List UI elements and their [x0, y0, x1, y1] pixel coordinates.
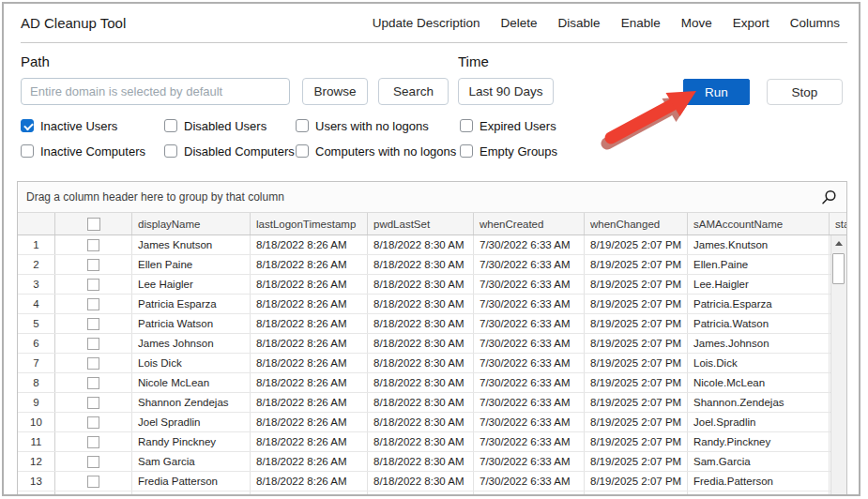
menu-item-export[interactable]: Export [733, 16, 769, 30]
row-checkbox[interactable] [87, 357, 99, 370]
grid-header: displayNamelastLogonTimestamppwdLastSetw… [18, 213, 846, 235]
browse-button[interactable]: Browse [302, 78, 368, 105]
menu-item-move[interactable]: Move [681, 16, 712, 30]
grid-search-icon[interactable] [821, 189, 837, 205]
row-number-cell: 8 [18, 373, 55, 392]
filter-checkbox-disabled-computers[interactable]: Disabled Computers [164, 144, 296, 159]
checkbox-label: Inactive Users [40, 119, 117, 133]
row-checkbox[interactable] [87, 239, 99, 251]
menu-item-enable[interactable]: Enable [621, 16, 661, 30]
cell-whenchanged: 8/19/2025 2:07 PM [585, 393, 688, 412]
menu-item-delete[interactable]: Delete [501, 16, 538, 30]
filter-checkbox-users-with-no-logons[interactable]: Users with no logons [296, 118, 460, 133]
run-button[interactable]: Run [683, 79, 750, 105]
cell-pwdlastset: 8/18/2022 8:30 AM [368, 314, 474, 333]
table-row[interactable]: 2Ellen Paine8/18/2022 8:26 AM8/18/2022 8… [18, 255, 846, 275]
cell-pwdlastset [368, 491, 474, 496]
row-checkbox-cell [55, 255, 132, 274]
filter-checkbox-empty-groups[interactable]: Empty Groups [460, 144, 619, 159]
stop-button[interactable]: Stop [767, 79, 843, 105]
table-row[interactable]: 8Nicole McLean8/18/2022 8:26 AM8/18/2022… [18, 373, 846, 393]
cell-whencreated [474, 491, 585, 496]
cell-lastlogontimestamp: 8/18/2022 8:26 AM [251, 334, 368, 353]
column-header-whencreated[interactable]: whenCreated [474, 213, 585, 234]
table-row[interactable]: 11Randy Pinckney8/18/2022 8:26 AM8/18/20… [18, 432, 846, 452]
cell-pwdlastset: 8/18/2022 8:30 AM [368, 432, 474, 451]
row-checkbox[interactable] [87, 338, 99, 350]
cell-displayname: Sam Garcia [132, 452, 251, 471]
row-checkbox[interactable] [87, 436, 99, 448]
checkbox-icon [21, 119, 34, 132]
column-header-sta[interactable]: sta [830, 213, 847, 234]
row-number-cell: 7 [18, 354, 55, 372]
filter-checkbox-expired-users[interactable]: Expired Users [460, 118, 619, 133]
row-checkbox[interactable] [87, 259, 99, 271]
time-range-button[interactable]: Last 90 Days [458, 78, 554, 105]
cell-lastlogontimestamp: 8/18/2022 8:26 AM [251, 413, 368, 431]
table-row[interactable]: 10Joel Spradlin8/18/2022 8:26 AM8/18/202… [18, 413, 846, 432]
menu-item-disable[interactable]: Disable [558, 16, 601, 30]
scrollbar-up-arrow-icon[interactable] [831, 235, 846, 251]
row-checkbox[interactable] [87, 279, 99, 291]
row-checkbox[interactable] [87, 318, 99, 330]
filter-checkbox-computers-with-no-logons[interactable]: Computers with no logons [296, 144, 460, 159]
cell-pwdlastset: 8/18/2022 8:30 AM [368, 235, 474, 254]
cell-displayname: James Knutson [132, 235, 251, 254]
checkbox-label: Expired Users [480, 119, 556, 133]
row-number-cell: 10 [18, 413, 55, 431]
scrollbar-thumb[interactable] [832, 253, 845, 284]
cell-whencreated: 7/30/2022 6:33 AM [474, 432, 585, 451]
header-checkbox-cell [55, 213, 132, 234]
cell-lastlogontimestamp: 8/18/2022 8:26 AM [251, 295, 368, 313]
cell-whenchanged: 8/19/2025 2:07 PM [585, 452, 688, 471]
row-checkbox[interactable] [87, 377, 99, 389]
row-checkbox[interactable] [87, 495, 99, 497]
table-row[interactable]: 7Lois Dick8/18/2022 8:26 AM8/18/2022 8:3… [18, 354, 846, 373]
column-header-samaccountname[interactable]: sAMAccountName [688, 213, 830, 234]
menu-item-columns[interactable]: Columns [790, 16, 840, 30]
cell-whenchanged: 8/19/2025 2:07 PM [585, 295, 688, 313]
table-row[interactable]: 1James Knutson8/18/2022 8:26 AM8/18/2022… [18, 235, 846, 255]
filter-checkbox-inactive-computers[interactable]: Inactive Computers [21, 144, 164, 159]
row-checkbox[interactable] [87, 456, 99, 468]
row-checkbox[interactable] [87, 476, 99, 488]
row-checkbox-cell [55, 235, 132, 254]
column-header-displayname[interactable]: displayName [132, 213, 251, 234]
cell-whencreated: 7/30/2022 6:33 AM [474, 354, 585, 372]
row-checkbox[interactable] [87, 298, 99, 310]
table-row[interactable]: 3Lee Haigler8/18/2022 8:26 AM8/18/2022 8… [18, 275, 846, 295]
cell-samaccountname: Joel.Spradlin [688, 413, 830, 431]
table-row[interactable]: 12Sam Garcia8/18/2022 8:26 AM8/18/2022 8… [18, 452, 846, 472]
table-row[interactable]: 6James Johnson8/18/2022 8:26 AM8/18/2022… [18, 334, 846, 354]
row-checkbox[interactable] [87, 397, 99, 409]
table-row[interactable]: 4Patricia Esparza8/18/2022 8:26 AM8/18/2… [18, 295, 846, 314]
table-row[interactable]: 5Patricia Watson8/18/2022 8:26 AM8/18/20… [18, 314, 846, 334]
table-row[interactable]: 13Fredia Patterson8/18/2022 8:26 AM8/18/… [18, 472, 846, 491]
cell-displayname [132, 491, 251, 496]
row-checkbox-cell [55, 472, 132, 491]
cell-displayname: Fredia Patterson [132, 472, 251, 491]
column-header-pwdlastset[interactable]: pwdLastSet [368, 213, 474, 234]
row-checkbox-cell [55, 491, 132, 496]
cell-displayname: Patricia Esparza [132, 295, 251, 313]
cell-lastlogontimestamp [251, 491, 368, 496]
column-header-lastlogontimestamp[interactable]: lastLogonTimestamp [251, 213, 368, 234]
cell-lastlogontimestamp: 8/18/2022 8:26 AM [251, 275, 368, 294]
menu-item-update-description[interactable]: Update Description [373, 16, 480, 30]
row-checkbox[interactable] [87, 416, 99, 429]
select-all-checkbox[interactable] [87, 218, 100, 231]
filter-checkbox-inactive-users[interactable]: Inactive Users [21, 118, 164, 133]
cell-whencreated: 7/30/2022 6:33 AM [474, 472, 585, 491]
cell-whencreated: 7/30/2022 6:33 AM [474, 295, 585, 313]
column-header-whenchanged[interactable]: whenChanged [585, 213, 688, 234]
filter-checkbox-disabled-users[interactable]: Disabled Users [164, 118, 296, 133]
table-row[interactable] [18, 491, 846, 496]
cell-whenchanged [585, 491, 688, 496]
search-button[interactable]: Search [378, 78, 449, 105]
cell-samaccountname: Ellen.Paine [688, 255, 830, 274]
row-checkbox-cell [55, 393, 132, 412]
group-by-bar[interactable]: Drag a column header here to group by th… [18, 182, 846, 213]
table-row[interactable]: 9Shannon Zendejas8/18/2022 8:26 AM8/18/2… [18, 393, 846, 413]
grid-vertical-scrollbar[interactable] [830, 235, 846, 496]
path-input[interactable] [21, 78, 290, 105]
